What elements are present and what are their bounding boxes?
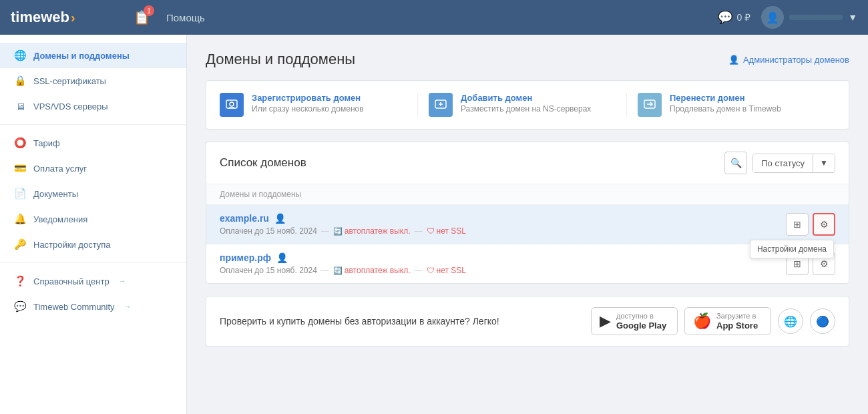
app-store-label: Загрузите в bbox=[716, 312, 758, 321]
add-domain-title[interactable]: Добавить домен bbox=[461, 93, 591, 103]
register-domain-desc: Или сразу несколько доменов bbox=[252, 104, 364, 114]
register-domain-title[interactable]: Зарегистрировать домен bbox=[252, 93, 364, 103]
sidebar-item-community[interactable]: 💬 Timeweb Community → bbox=[0, 294, 186, 319]
tooltip: Настройки домена bbox=[750, 240, 834, 258]
domain-list-header: Список доменов 🔍 По статусу ▼ bbox=[206, 142, 849, 184]
domain-settings-button[interactable]: ⚙ Настройки домена bbox=[813, 213, 835, 236]
user-avatar: 👤 bbox=[761, 6, 784, 29]
sidebar-item-label: Справочный центр bbox=[33, 276, 110, 286]
action-cards: Зарегистрировать домен Или сразу несколь… bbox=[206, 80, 849, 130]
status-filter-label: По статусу bbox=[753, 154, 813, 172]
app-store-name: App Store bbox=[716, 321, 758, 331]
app-store-text: Загрузите в App Store bbox=[716, 312, 758, 331]
svg-point-1 bbox=[230, 102, 234, 106]
transfer-domain-icon bbox=[638, 93, 662, 117]
header: timeweb› 📋 1 Помощь 💬 0 ₽ 👤 ▼ bbox=[0, 0, 868, 35]
documents-icon: 📄 bbox=[13, 187, 27, 200]
sidebar-item-domains[interactable]: 🌐 Домены и поддомены bbox=[0, 43, 186, 68]
community-icon: 💬 bbox=[13, 300, 27, 313]
access-icon: 🔑 bbox=[13, 238, 27, 251]
register-domain-card[interactable]: Зарегистрировать домен Или сразу несколь… bbox=[220, 93, 418, 117]
subdomains-icon: ⊞ bbox=[793, 219, 801, 230]
domain-name-link[interactable]: пример.рф bbox=[220, 252, 271, 263]
chrome-icon: 🌐 bbox=[784, 315, 797, 328]
admin-icon: 👤 bbox=[728, 55, 739, 65]
ssl-status: 🛡 нет SSL bbox=[427, 226, 466, 236]
transfer-domain-title[interactable]: Перенести домен bbox=[670, 93, 781, 103]
promo-stores: ▶ доступно в Google Play 🍎 Загрузите в A… bbox=[591, 307, 835, 335]
tariff-icon: ⭕ bbox=[13, 136, 27, 150]
domain-list-section: Список доменов 🔍 По статусу ▼ Домены и п… bbox=[206, 142, 849, 284]
domain-name-link[interactable]: example.ru bbox=[220, 213, 269, 224]
domain-group-label: Домены и поддомены bbox=[206, 184, 849, 205]
layout: 🌐 Домены и поддомены 🔒 SSL-сертификаты 🖥… bbox=[0, 35, 868, 414]
autopay-icon: 🔄 bbox=[333, 227, 343, 236]
page-header: Домены и поддомены 👤 Администраторы доме… bbox=[206, 51, 849, 68]
transfer-domain-desc: Продлевать домен в Timeweb bbox=[670, 104, 781, 114]
domain-list-title: Список доменов bbox=[220, 156, 306, 170]
admin-domains-link[interactable]: 👤 Администраторы доменов bbox=[728, 55, 849, 65]
sidebar-item-help[interactable]: ❓ Справочный центр → bbox=[0, 268, 186, 294]
logo: timeweb› bbox=[11, 9, 118, 26]
google-play-badge[interactable]: ▶ доступно в Google Play bbox=[591, 307, 678, 335]
ssl-status: 🛡 нет SSL bbox=[427, 266, 466, 275]
add-domain-text: Добавить домен Разместить домен на NS-се… bbox=[461, 93, 591, 114]
page-title: Домены и поддомены bbox=[206, 51, 355, 68]
search-button[interactable]: 🔍 bbox=[724, 152, 747, 174]
sidebar-item-label: Настройки доступа bbox=[33, 240, 111, 250]
add-domain-icon bbox=[429, 93, 453, 117]
apple-icon: 🍎 bbox=[693, 313, 711, 330]
notifications-icon: 🔔 bbox=[13, 212, 27, 226]
google-play-label: доступно в bbox=[616, 312, 666, 321]
firefox-icon: 🔵 bbox=[816, 315, 829, 328]
domain-row-info: example.ru 👤 Оплачен до 15 нояб. 2024 — … bbox=[220, 213, 779, 236]
sidebar-item-tariff[interactable]: ⭕ Тариф bbox=[0, 130, 186, 156]
firefox-icon-button[interactable]: 🔵 bbox=[810, 308, 835, 334]
search-icon: 🔍 bbox=[730, 158, 742, 168]
autopay-label: автоплатеж выкл. bbox=[345, 226, 411, 236]
sidebar-item-documents[interactable]: 📄 Документы bbox=[0, 181, 186, 206]
balance-display: 💬 0 ₽ bbox=[718, 10, 750, 25]
payment-icon: 💳 bbox=[13, 162, 27, 175]
logo-arrow: › bbox=[71, 10, 75, 25]
divider2: — bbox=[415, 226, 423, 236]
domain-subdomains-button[interactable]: ⊞ bbox=[786, 213, 809, 236]
sidebar-item-payment[interactable]: 💳 Оплата услуг bbox=[0, 156, 186, 181]
register-domain-icon bbox=[220, 93, 244, 117]
domain-name-row: пример.рф 👤 bbox=[220, 252, 779, 263]
chrome-icon-button[interactable]: 🌐 bbox=[778, 308, 803, 334]
sidebar-item-notifications[interactable]: 🔔 Уведомления bbox=[0, 206, 186, 232]
promo-text: Проверить и купить домены без авторизаци… bbox=[220, 315, 578, 329]
header-right: 💬 0 ₽ 👤 ▼ bbox=[718, 6, 857, 29]
transfer-domain-card[interactable]: Перенести домен Продлевать домен в Timew… bbox=[627, 93, 835, 117]
header-center: 📋 1 Помощь bbox=[128, 9, 707, 25]
sidebar-divider-2 bbox=[0, 262, 186, 263]
domain-paid-until: Оплачен до 15 нояб. 2024 bbox=[220, 226, 317, 236]
sidebar-item-label: Оплата услуг bbox=[33, 164, 87, 174]
balance-amount: 0 ₽ bbox=[736, 12, 750, 23]
help-icon: ❓ bbox=[13, 274, 27, 288]
logo-text: timeweb bbox=[11, 9, 69, 26]
sidebar-item-vps[interactable]: 🖥 VPS/VDS серверы bbox=[0, 93, 186, 119]
external-link-icon-2: → bbox=[124, 302, 132, 310]
domain-actions: ⊞ ⚙ Настройки домена bbox=[786, 213, 835, 236]
add-domain-card[interactable]: Добавить домен Разместить домен на NS-се… bbox=[418, 93, 627, 117]
app-store-badge[interactable]: 🍎 Загрузите в App Store bbox=[684, 307, 771, 335]
sidebar-item-access[interactable]: 🔑 Настройки доступа bbox=[0, 232, 186, 257]
help-link[interactable]: Помощь bbox=[166, 12, 205, 23]
sidebar-item-ssl[interactable]: 🔒 SSL-сертификаты bbox=[0, 68, 186, 93]
add-domain-desc: Разместить домен на NS-серверах bbox=[461, 104, 591, 114]
main-content: Домены и поддомены 👤 Администраторы доме… bbox=[187, 35, 868, 414]
promo-section: Проверить и купить домены без авторизаци… bbox=[206, 296, 849, 347]
google-play-icon: ▶ bbox=[600, 313, 611, 330]
news-button[interactable]: 📋 1 bbox=[134, 9, 150, 25]
status-filter-dropdown[interactable]: По статусу ▼ bbox=[752, 154, 835, 173]
subdomains-icon: ⊞ bbox=[793, 258, 801, 269]
svg-rect-0 bbox=[226, 100, 237, 108]
autopay-icon: 🔄 bbox=[333, 266, 343, 275]
domain-paid-until: Оплачен до 15 нояб. 2024 bbox=[220, 266, 317, 275]
user-menu[interactable]: 👤 ▼ bbox=[761, 6, 857, 29]
domains-icon: 🌐 bbox=[13, 49, 27, 62]
ssl-icon: 🔒 bbox=[13, 74, 27, 87]
sidebar-item-label: Тариф bbox=[33, 138, 60, 148]
